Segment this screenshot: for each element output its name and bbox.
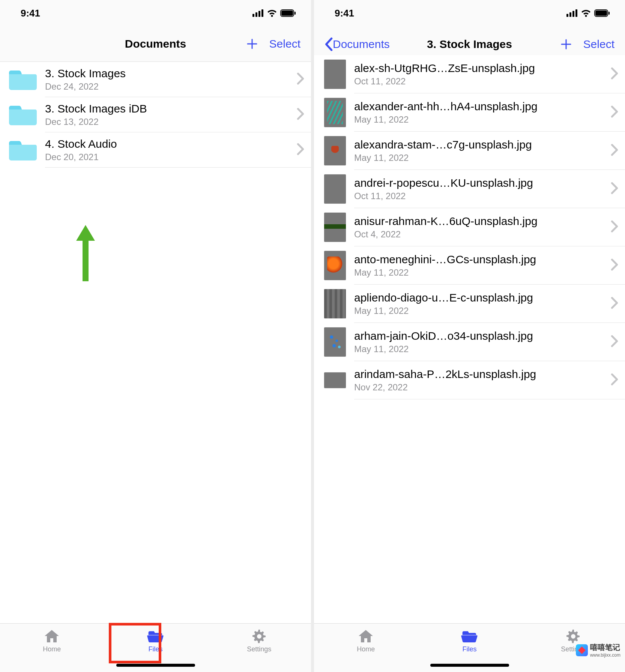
gear-icon bbox=[251, 629, 267, 644]
status-indicators bbox=[252, 9, 296, 17]
file-date: May 11, 2022 bbox=[354, 153, 602, 163]
back-button[interactable]: Documents bbox=[325, 38, 390, 51]
cellular-icon bbox=[252, 9, 264, 17]
file-row[interactable]: arindam-saha-P…2kLs-unsplash.jpg Nov 22,… bbox=[314, 361, 625, 399]
wifi-icon bbox=[267, 9, 277, 17]
file-row[interactable]: alexander-ant-hh…hA4-unsplash.jpg May 11… bbox=[314, 93, 625, 132]
status-indicators bbox=[566, 9, 610, 17]
file-row[interactable]: anisur-rahman-K…6uQ-unsplash.jpg Oct 4, … bbox=[314, 208, 625, 246]
tab-files[interactable]: Files bbox=[436, 629, 503, 653]
tab-label: Settings bbox=[247, 645, 271, 653]
folder-date: Dec 20, 2021 bbox=[45, 152, 288, 162]
folder-icon bbox=[9, 140, 37, 160]
watermark: 嘻嘻笔记 www.bijixx.com bbox=[576, 642, 620, 658]
watermark-logo-icon bbox=[576, 644, 588, 656]
back-label: Documents bbox=[333, 38, 390, 51]
content-area: alex-sh-UtgRHG…ZsE-unsplash.jpg Oct 11, … bbox=[314, 55, 625, 623]
folder-icon bbox=[9, 104, 37, 125]
chevron-right-icon bbox=[611, 67, 618, 81]
status-bar: 9:41 bbox=[314, 0, 625, 26]
file-name: apliendo-diago-u…E-c-unsplash.jpg bbox=[354, 291, 602, 304]
up-arrow-icon bbox=[74, 225, 97, 281]
page-title: 3. Stock Images bbox=[407, 38, 532, 51]
nav-header: Documents Select bbox=[0, 26, 311, 62]
home-icon bbox=[44, 629, 60, 644]
page-title: Documents bbox=[93, 38, 218, 50]
chevron-right-icon bbox=[611, 297, 618, 310]
chevron-right-icon bbox=[611, 335, 618, 349]
file-thumbnail bbox=[324, 366, 346, 395]
file-date: Oct 4, 2022 bbox=[354, 229, 602, 240]
svg-rect-13 bbox=[595, 10, 607, 16]
folder-name: 3. Stock Images iDB bbox=[45, 102, 288, 115]
chevron-right-icon bbox=[611, 220, 618, 234]
tab-home[interactable]: Home bbox=[18, 629, 86, 653]
chevron-right-icon bbox=[297, 72, 304, 86]
svg-rect-2 bbox=[258, 11, 260, 17]
tab-bar: Home Files Settings bbox=[0, 623, 311, 672]
file-date: May 11, 2022 bbox=[354, 114, 602, 125]
wifi-icon bbox=[581, 9, 591, 17]
right-device: 9:41 Documents 3. Stock Images S bbox=[314, 0, 625, 672]
file-thumbnail bbox=[324, 136, 346, 165]
folder-date: Dec 13, 2022 bbox=[45, 117, 288, 127]
add-button[interactable] bbox=[560, 38, 572, 50]
file-row[interactable]: apliendo-diago-u…E-c-unsplash.jpg May 11… bbox=[314, 285, 625, 323]
tab-home[interactable]: Home bbox=[332, 629, 400, 653]
file-date: May 11, 2022 bbox=[354, 344, 602, 354]
file-thumbnail bbox=[324, 251, 346, 280]
svg-rect-0 bbox=[252, 14, 254, 17]
cellular-icon bbox=[566, 9, 578, 17]
select-button[interactable]: Select bbox=[583, 38, 614, 51]
file-row[interactable]: arham-jain-OkiD…o34-unsplash.jpg May 11,… bbox=[314, 323, 625, 361]
svg-rect-11 bbox=[575, 9, 577, 17]
chevron-right-icon bbox=[611, 144, 618, 158]
gear-icon bbox=[565, 629, 581, 644]
svg-marker-7 bbox=[76, 225, 95, 281]
tab-settings[interactable]: Settings bbox=[225, 629, 293, 653]
chevron-right-icon bbox=[297, 143, 304, 157]
file-row[interactable]: anto-meneghini-…GCs-unsplash.jpg May 11,… bbox=[314, 246, 625, 285]
home-icon bbox=[358, 629, 374, 644]
folder-row[interactable]: 3. Stock Images iDB Dec 13, 2022 bbox=[0, 97, 311, 132]
tab-label: Home bbox=[357, 645, 375, 653]
file-date: Oct 11, 2022 bbox=[354, 191, 602, 201]
folder-row[interactable]: 4. Stock Audio Dec 20, 2021 bbox=[0, 132, 311, 168]
file-thumbnail bbox=[324, 289, 346, 318]
folder-name: 4. Stock Audio bbox=[45, 138, 288, 150]
status-time: 9:41 bbox=[335, 8, 354, 19]
file-row[interactable]: alexandra-stam-…c7g-unsplash.jpg May 11,… bbox=[314, 132, 625, 170]
chevron-right-icon bbox=[611, 373, 618, 387]
file-date: Nov 22, 2022 bbox=[354, 382, 602, 393]
select-button[interactable]: Select bbox=[269, 38, 300, 50]
folder-open-icon bbox=[461, 629, 478, 644]
folder-date: Dec 24, 2022 bbox=[45, 81, 288, 92]
file-name: alexander-ant-hh…hA4-unsplash.jpg bbox=[354, 100, 602, 113]
file-name: arindam-saha-P…2kLs-unsplash.jpg bbox=[354, 368, 602, 381]
chevron-right-icon bbox=[611, 258, 618, 272]
battery-icon bbox=[280, 9, 296, 17]
chevron-right-icon bbox=[611, 182, 618, 196]
svg-rect-6 bbox=[294, 12, 296, 15]
file-date: May 11, 2022 bbox=[354, 267, 602, 278]
watermark-text: 嘻嘻笔记 bbox=[590, 643, 620, 651]
file-name: arham-jain-OkiD…o34-unsplash.jpg bbox=[354, 330, 602, 342]
folder-icon bbox=[9, 69, 37, 90]
file-name: alexandra-stam-…c7g-unsplash.jpg bbox=[354, 138, 602, 151]
add-button[interactable] bbox=[246, 38, 258, 50]
tab-label: Files bbox=[462, 645, 476, 653]
svg-rect-14 bbox=[608, 12, 610, 15]
tab-bar: Home Files Settings 嘻嘻笔记 www.bijixx.com bbox=[314, 623, 625, 672]
svg-rect-3 bbox=[261, 9, 263, 17]
home-indicator[interactable] bbox=[116, 664, 195, 667]
highlight-annotation bbox=[109, 623, 161, 663]
file-row[interactable]: alex-sh-UtgRHG…ZsE-unsplash.jpg Oct 11, … bbox=[314, 55, 625, 93]
folder-row[interactable]: 3. Stock Images Dec 24, 2022 bbox=[0, 62, 311, 97]
home-indicator[interactable] bbox=[430, 664, 509, 667]
file-name: andrei-r-popescu…KU-unsplash.jpg bbox=[354, 177, 602, 189]
file-thumbnail bbox=[324, 60, 346, 89]
file-row[interactable]: andrei-r-popescu…KU-unsplash.jpg Oct 11,… bbox=[314, 170, 625, 208]
file-name: anisur-rahman-K…6uQ-unsplash.jpg bbox=[354, 215, 602, 228]
watermark-url: www.bijixx.com bbox=[590, 652, 620, 658]
svg-rect-1 bbox=[255, 12, 257, 17]
